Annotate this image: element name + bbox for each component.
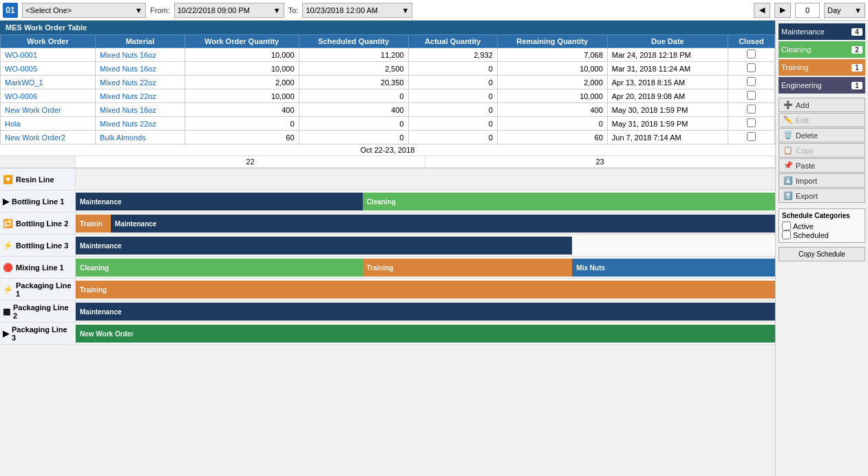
table-cell: 2,000 [497, 76, 607, 89]
prev-button[interactable]: ◀ [754, 3, 770, 18]
gantt-bar[interactable]: Maintenance [76, 237, 572, 255]
delete-icon: 🗑️ [783, 131, 793, 140]
copy-schedule-button[interactable]: Copy Schedule [779, 247, 865, 261]
gantt-bar[interactable]: Maintenance [76, 193, 363, 210]
gantt-bar[interactable]: Trainin [76, 215, 111, 232]
table-row[interactable]: New Work OrderMixed Nuts 16oz4004000400M… [1, 103, 775, 117]
row-icon: ⚡ [3, 241, 13, 250]
scheduled-checkbox[interactable] [782, 230, 791, 239]
closed-checkbox[interactable] [747, 118, 756, 127]
table-cell: Mar 31, 2018 11:24 AM [607, 62, 728, 76]
table-cell: Jun 7, 2018 7:14 AM [607, 131, 728, 144]
table-cell: May 31, 2018 1:59 PM [607, 117, 728, 131]
gantt-bar[interactable]: New Work Order [76, 325, 775, 343]
engineering-button[interactable]: Engineering 1 [779, 77, 865, 94]
next-button[interactable]: ▶ [774, 3, 791, 18]
table-cell: WO-0001 [1, 48, 96, 62]
edit-icon: ✏️ [783, 116, 793, 125]
table-cell: Mar 24, 2018 12:18 PM [607, 48, 728, 62]
gantt-track[interactable]: Maintenance [76, 235, 775, 256]
table-row[interactable]: WO-0001Mixed Nuts 16oz10,00011,2002,9327… [1, 48, 775, 62]
gantt-track[interactable]: CleaningTrainingMix Nuts [76, 257, 775, 278]
table-cell[interactable] [728, 103, 774, 117]
gantt-bar[interactable]: Training [76, 281, 775, 299]
gantt-body[interactable]: 🔽Resin Line▶Bottling Line 1MaintenanceCl… [0, 169, 775, 476]
table-cell: Hola [1, 117, 96, 131]
closed-checkbox[interactable] [747, 50, 756, 58]
gantt-bar[interactable]: Cleaning [363, 193, 775, 210]
to-date-dropdown[interactable]: 10/23/2018 12:00 AM ▼ [302, 3, 412, 18]
import-icon: ⬇️ [783, 176, 793, 185]
right-panel: Maintenance 4 Cleaning 2 Training 1 Engi… [775, 21, 868, 476]
table-cell: 0 [299, 131, 408, 144]
table-title: MES Work Order Table [0, 21, 775, 34]
gantt-bar[interactable]: Maintenance [76, 303, 775, 321]
closed-checkbox[interactable] [747, 132, 756, 141]
cleaning-badge: 2 [851, 46, 862, 54]
cleaning-button[interactable]: Cleaning 2 [779, 41, 865, 58]
chevron-down-icon: ▼ [854, 6, 862, 14]
closed-checkbox[interactable] [747, 77, 756, 86]
row-icon: ▦ [3, 307, 10, 316]
gantt-bar[interactable]: Maintenance [111, 215, 775, 232]
from-date-dropdown[interactable]: 10/22/2018 09:00 PM ▼ [174, 3, 284, 18]
gantt-row: 🔁Bottling Line 2TraininMaintenance [0, 213, 775, 235]
gantt-track[interactable] [76, 169, 775, 190]
table-row[interactable]: WO-0005Mixed Nuts 16oz10,0002,500010,000… [1, 62, 775, 76]
gantt-row-label: ⚡Bottling Line 3 [0, 235, 76, 256]
copy-button[interactable]: 📋 Copy [779, 143, 865, 158]
table-cell: 0 [408, 117, 497, 131]
view-select[interactable]: Day ▼ [824, 3, 865, 18]
row-icon: ▶ [3, 197, 9, 206]
paste-button[interactable]: 📌 Paste [779, 158, 865, 173]
maintenance-button[interactable]: Maintenance 4 [779, 23, 865, 40]
gantt-row: 🔴Mixing Line 1CleaningTrainingMix Nuts [0, 257, 775, 279]
gantt-track[interactable]: Maintenance [76, 301, 775, 322]
table-cell[interactable] [728, 117, 774, 131]
scheduled-checkbox-label[interactable]: Scheduled [782, 230, 862, 239]
export-button[interactable]: ⬆️ Export [779, 188, 865, 203]
table-cell: MarkWO_1 [1, 76, 96, 89]
training-button[interactable]: Training 1 [779, 59, 865, 76]
add-button[interactable]: ➕ Add [779, 98, 865, 112]
active-checkbox-label[interactable]: Active [782, 221, 862, 230]
table-cell[interactable] [728, 48, 774, 62]
table-row[interactable]: New Work Order2Bulk Almonds600060Jun 7, … [1, 131, 775, 144]
maintenance-badge: 4 [851, 28, 862, 36]
row-icon: 🔴 [3, 263, 13, 272]
gantt-row: 🔽Resin Line [0, 169, 775, 191]
table-cell[interactable] [728, 76, 774, 89]
gantt-bar[interactable]: Mix Nuts [572, 259, 775, 277]
table-row[interactable]: MarkWO_1Mixed Nuts 22oz2,00020,35002,000… [1, 76, 775, 89]
table-scroll[interactable]: Work OrderMaterialWork Order QuantitySch… [0, 34, 775, 144]
import-button[interactable]: ⬇️ Import [779, 173, 865, 188]
table-cell: Mixed Nuts 16oz [96, 62, 185, 76]
table-cell: New Work Order [1, 103, 96, 117]
active-checkbox[interactable] [782, 221, 791, 230]
gantt-track[interactable]: TraininMaintenance [76, 213, 775, 234]
table-cell: 0 [408, 76, 497, 89]
closed-checkbox[interactable] [747, 63, 756, 72]
gantt-track[interactable]: MaintenanceCleaning [76, 191, 775, 212]
table-cell: May 30, 2018 1:59 PM [607, 103, 728, 117]
gantt-header: Oct 22-23, 2018 22 23 [0, 144, 775, 169]
table-cell[interactable] [728, 62, 774, 76]
gantt-section: Oct 22-23, 2018 22 23 🔽Resin Line▶Bottli… [0, 144, 775, 476]
closed-checkbox[interactable] [747, 91, 756, 100]
chevron-down-icon: ▼ [273, 6, 281, 14]
select-one-dropdown[interactable]: <Select One> ▼ [22, 3, 146, 18]
edit-button[interactable]: ✏️ Edit [779, 113, 865, 127]
gantt-bar[interactable]: Cleaning [76, 259, 363, 277]
gantt-track[interactable]: Training [76, 279, 775, 300]
table-cell[interactable] [728, 131, 774, 144]
gantt-bar[interactable]: Training [363, 259, 573, 277]
table-row[interactable]: WO-0006Mixed Nuts 22oz10,0000010,000Apr … [1, 89, 775, 103]
gantt-track[interactable]: New Work Order [76, 323, 775, 344]
table-cell: 0 [184, 117, 299, 131]
closed-checkbox[interactable] [747, 105, 756, 113]
table-row[interactable]: HolaMixed Nuts 22oz0000May 31, 2018 1:59… [1, 117, 775, 131]
table-header: Remaining Quantity [497, 35, 607, 48]
table-cell[interactable] [728, 89, 774, 103]
delete-button[interactable]: 🗑️ Delete [779, 128, 865, 142]
row-icon: ▶ [3, 329, 9, 338]
